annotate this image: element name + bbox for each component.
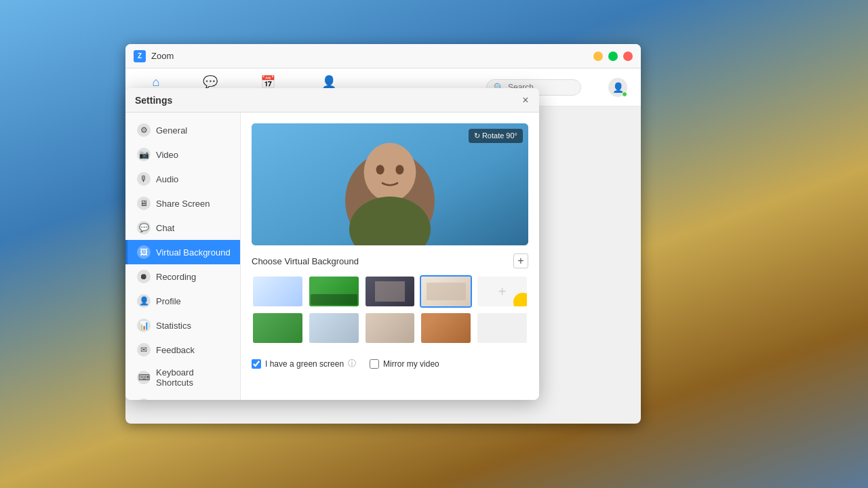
home-nav-icon: ⌂: [153, 75, 160, 89]
sidebar-item-share-screen[interactable]: 🖥 Share Screen: [125, 191, 240, 216]
zoom-maximize-button[interactable]: □: [608, 52, 618, 61]
sidebar-item-video[interactable]: 📷 Video: [125, 142, 240, 167]
green-screen-label: I have a green screen: [265, 359, 344, 369]
rotate-button[interactable]: ↻ Rotate 90°: [469, 129, 523, 143]
sidebar-label-chat: Chat: [156, 223, 174, 233]
settings-titlebar: Settings ×: [125, 88, 539, 113]
sidebar-item-statistics[interactable]: 📊 Statistics: [125, 313, 240, 338]
share-screen-icon: 🖥: [137, 197, 151, 210]
green-screen-checkbox[interactable]: [252, 359, 261, 369]
zoom-close-button[interactable]: ×: [623, 52, 633, 61]
statistics-icon: 📊: [137, 319, 151, 332]
settings-dialog: Settings × ⚙ General 📷 Video 🎙 Audio 🖥 S…: [125, 88, 539, 400]
vbg-thumb-inner-3: [366, 277, 415, 306]
chat-nav-icon: 💬: [203, 75, 218, 89]
sidebar-label-recording: Recording: [156, 272, 196, 282]
vbg-thumb-inner-1: [253, 277, 302, 306]
settings-title: Settings: [135, 95, 172, 106]
recording-icon: ⏺: [137, 270, 151, 283]
vbg-thumb-9[interactable]: [420, 312, 472, 344]
settings-close-button[interactable]: ×: [519, 94, 532, 107]
accessibility-icon: ♿: [137, 399, 151, 400]
sidebar-label-virtual-background: Virtual Background: [156, 247, 231, 258]
mirror-video-checkbox-item: Mirror my video: [370, 359, 439, 369]
vbg-thumb-inner-6: [253, 313, 302, 343]
sidebar-label-feedback: Feedback: [156, 345, 195, 355]
sidebar-label-statistics: Statistics: [156, 321, 191, 331]
svg-point-2: [364, 143, 416, 201]
mirror-video-checkbox[interactable]: [370, 359, 379, 369]
vbg-thumb-inner-4: [421, 277, 471, 306]
sidebar-label-video: Video: [156, 150, 178, 160]
mirror-video-label: Mirror my video: [383, 359, 439, 369]
vbg-thumb-inner-2: [309, 277, 359, 306]
general-icon: ⚙: [137, 123, 151, 137]
vbg-thumb-5[interactable]: +: [476, 275, 528, 308]
sidebar-label-audio: Audio: [156, 174, 178, 184]
zoom-titlebar-left: Z Zoom: [134, 50, 174, 62]
vbg-thumb-6[interactable]: [252, 312, 304, 344]
user-avatar[interactable]: 👤: [608, 78, 627, 97]
keyboard-icon: ⌨: [137, 371, 151, 384]
chat-icon: 💬: [137, 221, 151, 235]
sidebar-label-general: General: [156, 125, 187, 136]
sidebar-label-profile: Profile: [156, 296, 181, 306]
settings-checkboxes: I have a green screen ⓘ Mirror my video: [252, 354, 528, 369]
sidebar-item-profile[interactable]: 👤 Profile: [125, 289, 240, 313]
sidebar-item-recording[interactable]: ⏺ Recording: [125, 264, 240, 289]
sidebar-item-keyboard-shortcuts[interactable]: ⌨ Keyboard Shortcuts: [125, 362, 240, 393]
vbg-thumb-inner-9: [421, 313, 471, 343]
vbg-header: Choose Virtual Background +: [252, 253, 528, 268]
sidebar-label-keyboard-shortcuts: Keyboard Shortcuts: [156, 367, 231, 388]
zoom-titlebar: Z Zoom − □ ×: [125, 44, 641, 68]
settings-body: ⚙ General 📷 Video 🎙 Audio 🖥 Share Screen…: [125, 113, 539, 400]
video-preview: ↻ Rotate 90°: [252, 123, 528, 245]
cursor-indicator: [513, 293, 528, 308]
svg-point-4: [376, 165, 384, 174]
virtual-background-grid: +: [252, 275, 528, 344]
online-status-dot: [622, 92, 627, 97]
zoom-logo: Z: [134, 50, 146, 62]
zoom-minimize-button[interactable]: −: [593, 52, 603, 61]
settings-sidebar: ⚙ General 📷 Video 🎙 Audio 🖥 Share Screen…: [125, 113, 241, 400]
svg-point-5: [395, 165, 403, 174]
vbg-thumb-2[interactable]: [308, 275, 360, 308]
video-icon: 📷: [137, 148, 151, 161]
profile-icon: 👤: [137, 294, 151, 308]
vbg-thumb-1[interactable]: [252, 275, 304, 308]
virtual-bg-icon: 🖼: [137, 245, 151, 259]
add-background-button[interactable]: +: [513, 253, 528, 268]
contacts-nav-icon: 👤: [321, 75, 336, 89]
sidebar-item-chat[interactable]: 💬 Chat: [125, 216, 240, 240]
sidebar-item-accessibility[interactable]: ♿ Accessibility: [125, 393, 240, 400]
sidebar-item-audio[interactable]: 🎙 Audio: [125, 167, 240, 191]
vbg-title: Choose Virtual Background: [252, 256, 359, 266]
vbg-thumb-inner-10: [477, 313, 527, 343]
sidebar-item-virtual-background[interactable]: 🖼 Virtual Background: [125, 240, 240, 264]
sidebar-item-feedback[interactable]: ✉ Feedback: [125, 338, 240, 362]
sidebar-item-general[interactable]: ⚙ General: [125, 118, 240, 142]
zoom-title-text: Zoom: [151, 51, 174, 61]
sidebar-label-share-screen: Share Screen: [156, 199, 210, 209]
zoom-window-controls: − □ ×: [593, 52, 633, 61]
settings-content: ↻ Rotate 90° Choose Virtual Background +: [241, 113, 539, 400]
vbg-thumb-3[interactable]: [364, 275, 416, 308]
feedback-icon: ✉: [137, 343, 151, 357]
green-screen-help-icon[interactable]: ⓘ: [348, 358, 356, 369]
green-screen-checkbox-item: I have a green screen ⓘ: [252, 358, 356, 369]
vbg-thumb-10[interactable]: [476, 312, 528, 344]
vbg-thumb-7[interactable]: [308, 312, 360, 344]
vbg-thumb-inner-8: [366, 313, 415, 343]
vbg-thumb-inner-7: [309, 313, 359, 343]
audio-icon: 🎙: [137, 172, 151, 186]
vbg-thumb-8[interactable]: [364, 312, 416, 344]
vbg-thumb-4[interactable]: [420, 275, 472, 308]
meetings-nav-icon: 📅: [260, 75, 275, 89]
